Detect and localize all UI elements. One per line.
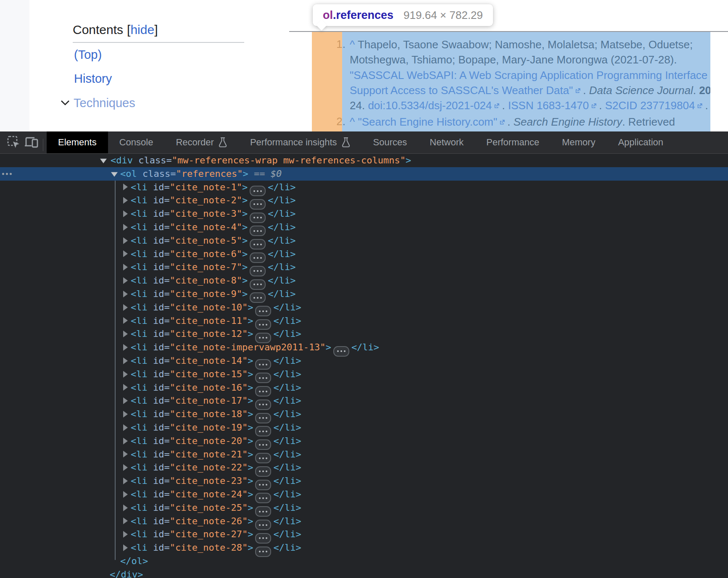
dom-row-ol-close[interactable]: </ol> [0,554,728,568]
tab-elements[interactable]: Elements [47,131,108,153]
reference-link[interactable]: ^ [350,38,355,51]
collapse-arrow-icon[interactable] [123,264,128,271]
dom-row-cite_note-19[interactable]: <li id="cite_note-19"></li> [0,421,728,434]
collapse-arrow-icon[interactable] [123,451,128,457]
collapse-arrow-icon[interactable] [123,424,128,431]
reference-link[interactable]: "Search Engine History.com" [358,116,497,128]
device-toolbar-icon[interactable] [23,134,40,151]
chevron-down-icon[interactable] [60,95,70,109]
attr-name: id= [153,502,170,513]
dom-row-cite_note-9[interactable]: <li id="cite_note-9"></li> [0,287,728,301]
dom-row-cite_note-23[interactable]: <li id="cite_note-23"></li> [0,474,728,488]
closing-tag: </li> [273,315,301,326]
collapse-arrow-icon[interactable] [123,491,128,498]
reference-link[interactable]: ^ [350,116,355,128]
inspect-element-icon[interactable] [5,134,23,151]
toc-item-history[interactable]: History [60,72,112,86]
tab-performance[interactable]: Performance [475,131,551,153]
reference-link[interactable]: Support Access to SASSCAL's Weather Data… [350,84,573,97]
collapse-arrow-icon[interactable] [123,357,128,364]
dom-row-div-open[interactable]: <div class="mw-references-wrap mw-refere… [0,154,728,167]
row-actions-dots-icon[interactable] [2,173,12,175]
collapse-arrow-icon[interactable] [123,411,128,418]
dom-row-cite_note-5[interactable]: <li id="cite_note-5"></li> [0,234,728,247]
dom-row-cite_note-22[interactable]: <li id="cite_note-22"></li> [0,461,728,474]
reference-link[interactable]: doi:10.5334/dsj-2021-024 [368,99,492,112]
dom-row-cite_note-15[interactable]: <li id="cite_note-15"></li> [0,368,728,381]
expand-arrow-icon[interactable] [100,159,107,163]
dom-row-cite_note-10[interactable]: <li id="cite_note-10"></li> [0,301,728,314]
collapse-arrow-icon[interactable] [123,291,128,297]
attr-value: "cite_note-10" [170,302,248,313]
dom-row-cite_note-6[interactable]: <li id="cite_note-6"></li> [0,247,728,261]
dom-row-ol-selected[interactable]: <ol class="references"> == $0 [0,167,728,181]
dom-row-cite_note-25[interactable]: <li id="cite_note-25"></li> [0,501,728,515]
dom-row-cite_note-11[interactable]: <li id="cite_note-11"></li> [0,314,728,328]
tab-performance-insights[interactable]: Performance insights [239,131,362,153]
collapse-arrow-icon[interactable] [123,224,128,231]
dom-row-cite_note-3[interactable]: <li id="cite_note-3"></li> [0,207,728,221]
reference-line: Support Access to SASSCAL's Weather Data… [350,83,710,98]
dom-row-cite_note-18[interactable]: <li id="cite_note-18"></li> [0,407,728,421]
dom-row-cite_note-17[interactable]: <li id="cite_note-17"></li> [0,394,728,407]
reference-link[interactable]: S2CID 237719804 [605,99,695,112]
dom-row-cite_note-20[interactable]: <li id="cite_note-20"></li> [0,434,728,448]
dom-row-cite_note-8[interactable]: <li id="cite_note-8"></li> [0,274,728,287]
collapse-arrow-icon[interactable] [123,197,128,204]
reference-link[interactable]: "SASSCAL WebSAPI: A Web Scraping Applica… [350,69,710,81]
reference-link[interactable]: ISSN 1683-1470 [508,99,589,112]
dom-row-cite_note-7[interactable]: <li id="cite_note-7"></li> [0,260,728,274]
toc-link[interactable]: (Top) [74,48,102,61]
flask-experiment-icon [218,137,227,148]
tab-recorder[interactable]: Recorder [164,131,238,153]
tag-name: div [116,155,133,166]
dom-row-cite_note-impervawp2011-13[interactable]: <li id="cite_note-impervawp2011-13"></li… [0,341,728,354]
dom-row-cite_note-4[interactable]: <li id="cite_note-4"></li> [0,221,728,234]
dom-row-cite_note-26[interactable]: <li id="cite_note-26"></li> [0,515,728,528]
toc-link[interactable]: Techniques [74,96,135,110]
collapse-arrow-icon[interactable] [123,250,128,257]
collapse-arrow-icon[interactable] [123,210,128,217]
devtools-tabs: ElementsConsoleRecorder Performance insi… [47,131,728,153]
collapse-arrow-icon[interactable] [123,438,128,444]
dom-row-cite_note-28[interactable]: <li id="cite_note-28"></li> [0,541,728,554]
tab-network[interactable]: Network [418,131,475,153]
collapse-arrow-icon[interactable] [123,384,128,391]
dom-row-cite_note-14[interactable]: <li id="cite_note-14"></li> [0,354,728,368]
toc-item-top[interactable]: (Top) [60,48,102,62]
inspected-references-region: 1.^ Thapelo, Tsaone Swaabow; Namoshe, Mo… [312,32,710,131]
dom-row-cite_note-2[interactable]: <li id="cite_note-2"></li> [0,194,728,207]
tab-memory[interactable]: Memory [551,131,607,153]
toc-link[interactable]: History [74,72,112,85]
dom-row-cite_note-24[interactable]: <li id="cite_note-24"></li> [0,488,728,501]
dom-row-cite_note-27[interactable]: <li id="cite_note-27"></li> [0,528,728,541]
collapse-arrow-icon[interactable] [123,371,128,378]
collapse-arrow-icon[interactable] [123,518,128,524]
collapse-arrow-icon[interactable] [123,304,128,311]
collapse-arrow-icon[interactable] [123,277,128,284]
collapse-arrow-icon[interactable] [123,184,128,190]
dom-row-cite_note-16[interactable]: <li id="cite_note-16"></li> [0,381,728,394]
toc-item-techniques[interactable]: Techniques [60,95,135,110]
collapse-arrow-icon[interactable] [123,344,128,351]
tab-sources[interactable]: Sources [362,131,419,153]
collapse-arrow-icon[interactable] [123,397,128,404]
hide-link[interactable]: hide [130,23,154,37]
collapse-arrow-icon[interactable] [123,317,128,324]
collapse-arrow-icon[interactable] [123,237,128,244]
collapse-arrow-icon[interactable] [123,531,128,538]
tab-console[interactable]: Console [108,131,165,153]
tag-close-bracket: > [248,395,253,406]
expand-arrow-icon[interactable] [111,172,118,177]
dom-row-cite_note-1[interactable]: <li id="cite_note-1"></li> [0,181,728,194]
collapse-arrow-icon[interactable] [123,331,128,337]
collapse-arrow-icon[interactable] [123,478,128,484]
collapse-arrow-icon[interactable] [123,544,128,551]
tab-application[interactable]: Application [607,131,675,153]
collapse-arrow-icon[interactable] [123,464,128,471]
dom-row-div-close[interactable]: </div> [0,568,728,578]
dom-row-cite_note-21[interactable]: <li id="cite_note-21"></li> [0,448,728,461]
space [148,355,153,366]
dom-row-cite_note-12[interactable]: <li id="cite_note-12"></li> [0,327,728,341]
collapse-arrow-icon[interactable] [123,504,128,511]
